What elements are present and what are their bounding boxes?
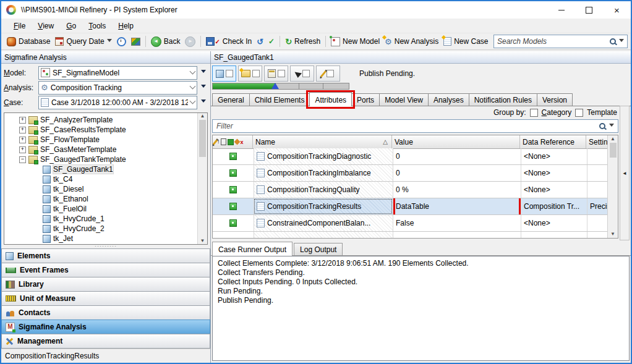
column-header-value[interactable]: Value — [391, 135, 519, 148]
menu-go[interactable]: Go — [60, 20, 82, 32]
tree-item[interactable]: tk_Jet — [4, 234, 197, 243]
expand-toggle-icon[interactable] — [19, 146, 26, 153]
toggle-edit-button[interactable] — [316, 66, 340, 82]
check-in-button[interactable]: ✓Check In — [203, 36, 254, 47]
expand-toggle-icon[interactable] — [19, 117, 26, 124]
tree-scrollbar[interactable]: ▲ ▼ — [197, 113, 207, 244]
search-icon[interactable] — [610, 38, 616, 44]
attribute-value-cell[interactable]: 0 — [393, 148, 521, 164]
filter-search-icon[interactable] — [599, 123, 605, 129]
search-dropdown-icon[interactable] — [619, 39, 624, 44]
tree-item[interactable]: SF_CaseResultsTemplate — [4, 125, 197, 135]
nav-library[interactable]: Library — [1, 277, 210, 292]
nav-management[interactable]: Management — [1, 334, 210, 349]
menu-file[interactable]: File — [7, 20, 32, 32]
tab-attributes[interactable]: Attributes — [309, 92, 352, 106]
scroll-thumb[interactable] — [610, 143, 617, 158]
tree-item[interactable]: SF_GaugedTankTemplate — [4, 154, 197, 164]
menu-tools[interactable]: Tools — [82, 20, 112, 32]
nav-elements[interactable]: Elements — [1, 248, 210, 263]
tab-log-output[interactable]: Log Output — [294, 243, 343, 256]
tab-ports[interactable]: Ports — [351, 93, 380, 106]
close-button[interactable]: × — [603, 1, 631, 19]
attribute-row[interactable]: CompositionTrackingImbalance 0 <None> — [213, 165, 608, 182]
database-button[interactable]: Database — [4, 36, 53, 48]
refresh-button[interactable]: ↻Refresh — [283, 36, 323, 48]
settings-cell[interactable] — [587, 148, 608, 164]
combo-chevron-icon[interactable] — [190, 98, 196, 104]
collapse-side-panel-strip[interactable]: ◄ — [620, 106, 630, 240]
attribute-value-cell[interactable]: 0 — [393, 165, 521, 181]
model-combobox[interactable]: SF_SigmafineModel — [38, 66, 197, 80]
expand-toggle-icon[interactable] — [19, 127, 26, 133]
attribute-row[interactable]: ConstrainedComponentBalan... False <None… — [213, 215, 608, 232]
toggle-elements-button[interactable] — [212, 66, 236, 82]
attribute-value-cell[interactable]: False — [393, 215, 521, 231]
tree-item[interactable]: SF_AnalyzerTemplate — [4, 115, 197, 125]
nav-sigmafine-analysis[interactable]: Sigmafine Analysis — [1, 320, 210, 334]
tab-child-elements[interactable]: Child Elements — [249, 93, 310, 106]
case-runner-output-box[interactable]: Collect Elements Complete: 3/12/2018 9:0… — [212, 256, 630, 361]
settings-cell[interactable] — [587, 182, 608, 198]
template-checkbox[interactable] — [575, 109, 583, 117]
attribute-value-cell[interactable]: 0 % — [393, 182, 521, 198]
tab-analyses[interactable]: Analyses — [428, 93, 469, 106]
column-header-data-reference[interactable]: Data Reference — [519, 135, 586, 148]
filter-dropdown-icon[interactable] — [609, 124, 614, 129]
tree-item[interactable]: tk_FuelOil — [4, 204, 197, 214]
menu-view[interactable]: View — [32, 20, 60, 32]
toggle-cases-button[interactable] — [264, 66, 288, 82]
maximize-button[interactable] — [575, 1, 603, 19]
tab-model-view[interactable]: Model View — [379, 93, 429, 106]
case-drop-button[interactable] — [199, 96, 208, 109]
tab-notification-rules[interactable]: Notification Rules — [469, 93, 537, 106]
tab-general[interactable]: General — [212, 93, 250, 106]
scroll-down-icon[interactable]: ▼ — [200, 239, 205, 243]
search-models-input[interactable]: Search Models — [493, 35, 628, 48]
tree-item[interactable]: tk_HvyCrude_2 — [4, 224, 197, 234]
tree-item[interactable]: SF_GasMeterTemplate — [4, 145, 197, 154]
tree-item[interactable]: tk_Diesel — [4, 184, 197, 194]
data-reference-cell[interactable]: <None> — [521, 165, 587, 181]
tree-item-selected[interactable]: SF_GaugedTank1 — [4, 164, 197, 174]
attribute-value-cell-highlighted[interactable]: DataTable — [393, 198, 521, 214]
minimize-button[interactable] — [547, 1, 575, 19]
undo-checkout-button[interactable]: ↺ — [254, 36, 266, 48]
toggle-pointer-button[interactable] — [290, 66, 314, 82]
tree-item[interactable]: tk_C4 — [4, 174, 197, 184]
nav-event-frames[interactable]: Event Frames — [1, 263, 210, 277]
scroll-thumb[interactable] — [199, 120, 206, 157]
menu-help[interactable]: Help — [112, 20, 140, 32]
column-header-name[interactable]: Name△ — [252, 135, 391, 148]
toggle-templates-button[interactable] — [238, 66, 262, 82]
collapse-left-icon[interactable]: ◄ — [622, 171, 627, 176]
analysis-combobox[interactable]: ⚙ Composition Tracking — [38, 81, 197, 95]
settings-cell[interactable] — [587, 215, 608, 231]
filter-input[interactable]: Filter — [212, 119, 618, 133]
scroll-up-icon[interactable]: ▲ — [200, 114, 205, 119]
scroll-down-icon[interactable]: ▼ — [610, 232, 615, 237]
new-analysis-button[interactable]: ⚙New Analysis — [382, 36, 441, 47]
time-range-button[interactable] — [114, 36, 129, 48]
scroll-up-icon[interactable]: ▲ — [610, 137, 615, 142]
expand-toggle-icon[interactable] — [19, 137, 26, 143]
tab-version[interactable]: Version — [537, 93, 573, 106]
new-case-button[interactable]: New Case — [441, 36, 490, 47]
data-reference-cell[interactable]: <None> — [521, 182, 587, 198]
model-drop-button[interactable] — [199, 67, 208, 79]
table-scrollbar[interactable]: ▲ ▼ — [607, 135, 618, 238]
nav-unit-of-measure[interactable]: Unit of Measure — [1, 291, 210, 306]
attribute-row[interactable]: CompositionTrackingDiagnostic 0 <None> — [213, 148, 608, 165]
palette-button[interactable] — [129, 36, 143, 47]
new-model-button[interactable]: New Model — [328, 36, 382, 48]
forward-button[interactable]: ► — [182, 35, 198, 48]
nav-contacts[interactable]: Contacts — [1, 305, 210, 320]
data-reference-cell[interactable]: Composition Tr... — [521, 198, 587, 214]
tree-item[interactable]: tk_Ethanol — [4, 194, 197, 204]
back-button[interactable]: ◄Back — [148, 35, 183, 48]
case-combobox[interactable]: Case 3/1/2018 12:00:00 AM - 3/2/2018 12: — [38, 96, 197, 109]
attribute-row-selected[interactable]: CompositionTrackingResults DataTable Com… — [213, 198, 608, 215]
analysis-drop-button[interactable] — [199, 82, 208, 94]
settings-cell[interactable] — [587, 165, 608, 181]
apply-button[interactable]: ✓ — [266, 36, 277, 47]
